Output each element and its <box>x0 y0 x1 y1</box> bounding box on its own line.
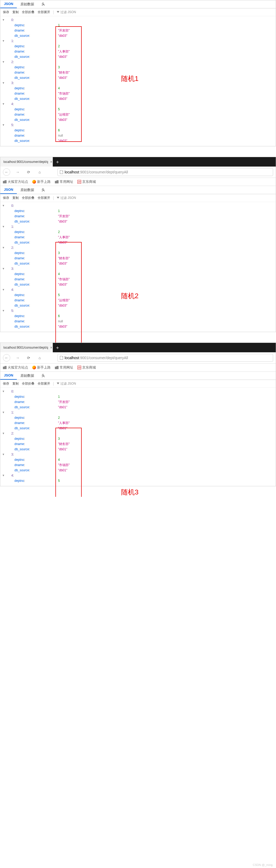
bookmark-firefox[interactable]: 火狐官方站点 <box>3 365 28 370</box>
json-array-index[interactable]: 0: <box>2 389 274 394</box>
twisty-icon[interactable] <box>2 287 5 292</box>
expand-all-button[interactable]: 全部展开 <box>37 10 50 14</box>
save-button[interactable]: 保存 <box>3 196 9 200</box>
separator <box>53 196 54 200</box>
json-array-index[interactable]: 4: <box>2 473 274 478</box>
bookmark-getting-started[interactable]: 新手上路 <box>32 180 51 184</box>
tab-headers[interactable]: 头 <box>38 372 49 380</box>
reload-button[interactable]: ⟳ <box>25 168 32 176</box>
json-value-number: 5 <box>58 292 60 298</box>
bookmark-label: 新手上路 <box>37 365 51 370</box>
json-array-index[interactable]: 4: <box>2 101 274 107</box>
bookmark-common[interactable]: 常用网址 <box>55 180 73 184</box>
twisty-icon[interactable] <box>2 17 5 23</box>
bookmark-jd[interactable]: JD京东商城 <box>78 365 96 370</box>
twisty-icon[interactable] <box>2 122 5 128</box>
json-array-index[interactable]: 3: <box>2 266 274 271</box>
expand-all-button[interactable]: 全部展开 <box>37 381 50 386</box>
bookmark-firefox[interactable]: 火狐官方站点 <box>3 180 28 184</box>
home-button[interactable]: ⌂ <box>36 168 43 176</box>
bookmark-label: 京东商城 <box>82 365 96 370</box>
twisty-icon[interactable] <box>2 389 5 394</box>
collapse-all-button[interactable]: 全部折叠 <box>22 381 34 386</box>
copy-button[interactable]: 复制 <box>12 10 19 14</box>
twisty-icon[interactable] <box>2 431 5 436</box>
json-array-index[interactable]: 5: <box>2 308 274 313</box>
browser-tab[interactable]: localhost:9001/consumer/dept/q × <box>0 343 53 352</box>
json-array-index[interactable]: 2: <box>2 59 274 65</box>
tab-raw[interactable]: 原始数据 <box>17 186 38 194</box>
tab-json[interactable]: JSON <box>0 372 17 380</box>
reload-button[interactable]: ⟳ <box>25 354 32 362</box>
bookmark-common[interactable]: 常用网址 <box>55 365 73 370</box>
json-key: dname <box>14 70 24 75</box>
filter-json[interactable]: 过滤 JSON <box>57 381 76 386</box>
json-row-dbsource: db_source:"db01" <box>2 468 274 473</box>
json-array-index[interactable]: 1: <box>2 38 274 43</box>
separator <box>53 382 54 386</box>
page-icon <box>60 356 63 360</box>
back-button[interactable]: ← <box>3 168 10 176</box>
url-bar[interactable]: localhost:9001/consumer/dept/queryAll <box>58 354 273 362</box>
filter-json[interactable]: 过滤 JSON <box>57 10 76 14</box>
tab-raw[interactable]: 原始数据 <box>17 372 38 380</box>
folder-icon <box>55 180 59 183</box>
json-array-index[interactable]: 0: <box>2 203 274 208</box>
close-tab-icon[interactable]: × <box>50 160 52 164</box>
new-tab-button[interactable]: ＋ <box>53 157 62 166</box>
json-row-dname: dname:"人事部" <box>2 235 274 240</box>
json-value-string: "db01" <box>58 446 67 452</box>
twisty-icon[interactable] <box>2 452 5 457</box>
json-row-deptno: deptno:1 <box>2 208 274 214</box>
bookmark-jd[interactable]: JD京东商城 <box>78 180 96 184</box>
json-index: 3 <box>11 81 13 86</box>
json-value-number: 4 <box>58 271 60 277</box>
twisty-icon[interactable] <box>2 38 5 43</box>
tab-json[interactable]: JSON <box>0 0 17 8</box>
bookmark-getting-started[interactable]: 新手上路 <box>32 365 51 370</box>
json-array-index[interactable]: 3: <box>2 452 274 457</box>
json-row-deptno: deptno:1 <box>2 23 274 28</box>
twisty-icon[interactable] <box>2 266 5 271</box>
json-array-index[interactable]: 1: <box>2 410 274 415</box>
twisty-icon[interactable] <box>2 410 5 415</box>
json-key: db_source <box>14 75 29 81</box>
tab-headers[interactable]: 头 <box>38 186 49 194</box>
twisty-icon[interactable] <box>2 224 5 229</box>
forward-button[interactable]: → <box>14 168 21 176</box>
json-array-index[interactable]: 2: <box>2 431 274 436</box>
expand-all-button[interactable]: 全部展开 <box>37 196 50 200</box>
tab-raw[interactable]: 原始数据 <box>17 0 38 8</box>
tab-json[interactable]: JSON <box>0 186 17 194</box>
json-array-index[interactable]: 2: <box>2 245 274 250</box>
json-viewer: 0:deptno:1dname:"开发部"db_source:"db03"1:d… <box>0 16 276 146</box>
twisty-icon[interactable] <box>2 81 5 86</box>
twisty-icon[interactable] <box>2 203 5 208</box>
save-button[interactable]: 保存 <box>3 381 9 386</box>
json-array-index[interactable]: 0: <box>2 17 274 23</box>
copy-button[interactable]: 复制 <box>12 196 19 200</box>
json-value-number: 6 <box>58 313 60 319</box>
collapse-all-button[interactable]: 全部折叠 <box>22 10 34 14</box>
json-value: "开发部" <box>58 399 70 405</box>
json-array-index[interactable]: 5: <box>2 122 274 128</box>
twisty-icon[interactable] <box>2 59 5 65</box>
close-tab-icon[interactable]: × <box>50 345 52 350</box>
twisty-icon[interactable] <box>2 245 5 250</box>
copy-button[interactable]: 复制 <box>12 381 19 386</box>
url-bar[interactable]: localhost:9001/consumer/dept/queryAll <box>58 168 273 176</box>
filter-json[interactable]: 过滤 JSON <box>57 196 76 200</box>
new-tab-button[interactable]: ＋ <box>53 343 62 352</box>
json-array-index[interactable]: 1: <box>2 224 274 229</box>
twisty-icon[interactable] <box>2 101 5 107</box>
back-button[interactable]: ← <box>3 354 10 362</box>
browser-tab[interactable]: localhost:9001/consumer/dept/q × <box>0 157 53 166</box>
twisty-icon[interactable] <box>2 473 5 478</box>
collapse-all-button[interactable]: 全部折叠 <box>22 196 34 200</box>
json-row-deptno: deptno:4 <box>2 271 274 277</box>
twisty-icon[interactable] <box>2 308 5 313</box>
home-button[interactable]: ⌂ <box>36 354 43 362</box>
tab-headers[interactable]: 头 <box>38 0 49 8</box>
save-button[interactable]: 保存 <box>3 10 9 14</box>
forward-button[interactable]: → <box>14 354 21 362</box>
